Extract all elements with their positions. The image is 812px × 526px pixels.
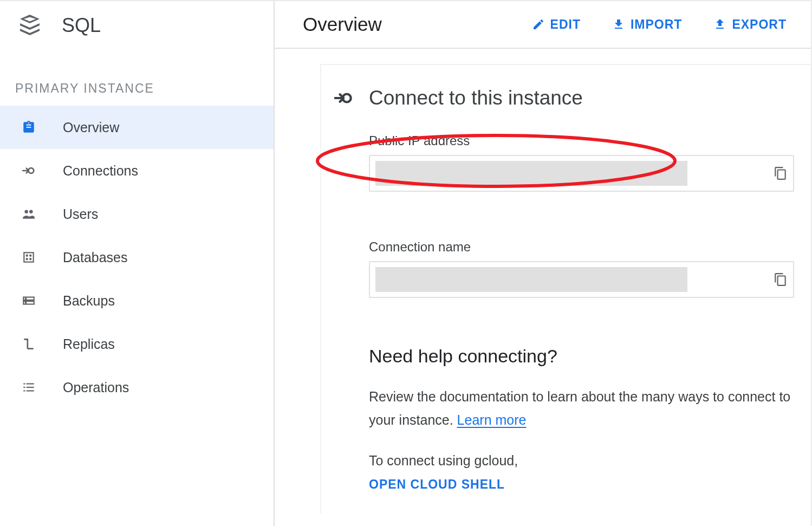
learn-more-link[interactable]: Learn more [457,412,527,427]
svg-point-6 [27,258,28,259]
nav-label: Overview [63,120,119,135]
backups-icon [21,293,37,309]
main: Overview EDIT IMPORT EXPORT [275,1,811,526]
svg-rect-16 [23,390,25,391]
svg-point-1 [24,210,28,213]
import-button[interactable]: IMPORT [612,17,682,32]
nav-users[interactable]: Users [0,192,274,236]
help-title: Need help connecting? [369,346,794,367]
svg-point-10 [25,298,27,299]
svg-point-7 [30,258,31,259]
help-block: Need help connecting? Review the documen… [334,346,794,492]
public-ip-field [369,155,794,192]
import-label: IMPORT [631,17,682,32]
connection-icon [334,88,354,108]
public-ip-group: Public IP address [334,133,794,192]
nav-overview[interactable]: Overview [0,106,274,149]
svg-point-11 [25,302,27,303]
assignment-icon [21,119,37,135]
copy-public-ip-button[interactable] [774,166,788,180]
nav-label: Backups [63,293,115,309]
copy-connection-name-button[interactable] [774,272,788,287]
edit-label: EDIT [550,17,581,32]
help-text: Review the documentation to learn about … [369,385,794,431]
main-header: Overview EDIT IMPORT EXPORT [275,1,811,49]
svg-rect-13 [27,383,34,384]
nav-label: Operations [63,380,129,395]
connection-name-field [369,261,794,298]
nav-label: Users [63,206,98,222]
database-icon [21,249,37,265]
operations-icon [21,379,37,395]
help-gcloud-text: To connect using gcloud, [369,453,794,469]
connection-name-redacted [375,267,687,292]
nav-operations[interactable]: Operations [0,366,274,409]
header-actions: EDIT IMPORT EXPORT [532,17,787,32]
nav-connections[interactable]: Connections [0,149,274,192]
nav-label: Connections [63,163,138,179]
nav-databases[interactable]: Databases [0,236,274,279]
card-title: Connect to this instance [369,87,583,109]
nav-replicas[interactable]: Replicas [0,322,274,366]
public-ip-label: Public IP address [369,133,794,148]
open-cloud-shell-button[interactable]: OPEN CLOUD SHELL [369,477,505,492]
connection-name-group: Connection name [334,239,794,298]
svg-rect-17 [27,390,34,391]
pencil-icon [532,18,545,31]
import-icon [612,18,625,31]
connect-card: Connect to this instance Public IP addre… [320,64,811,514]
export-icon [713,18,726,31]
svg-rect-12 [23,383,25,384]
nav-label: Databases [63,250,128,265]
sidebar-nav: Overview Connections Users Databases [0,106,274,409]
sql-logo-icon [15,11,44,40]
svg-rect-15 [27,387,34,388]
help-text-prefix: Review the documentation to learn about … [369,389,790,427]
connection-name-label: Connection name [369,239,794,255]
svg-point-2 [29,210,33,213]
svg-rect-14 [23,387,25,388]
sidebar-header: SQL [0,1,274,50]
product-name: SQL [62,14,101,37]
nav-label: Replicas [63,336,115,352]
nav-backups[interactable]: Backups [0,279,274,322]
sidebar: SQL PRIMARY INSTANCE Overview Connection… [0,1,275,526]
copy-icon [774,166,788,180]
svg-point-4 [27,255,28,256]
section-label: PRIMARY INSTANCE [0,50,274,106]
users-icon [21,206,37,222]
copy-icon [774,272,788,287]
svg-point-5 [30,255,31,256]
export-label: EXPORT [732,17,787,32]
public-ip-redacted [375,161,687,186]
svg-rect-3 [24,252,33,262]
export-button[interactable]: EXPORT [713,17,787,32]
page-title: Overview [303,14,382,35]
replicas-icon [21,336,37,352]
edit-button[interactable]: EDIT [532,17,581,32]
connection-icon [21,163,37,179]
